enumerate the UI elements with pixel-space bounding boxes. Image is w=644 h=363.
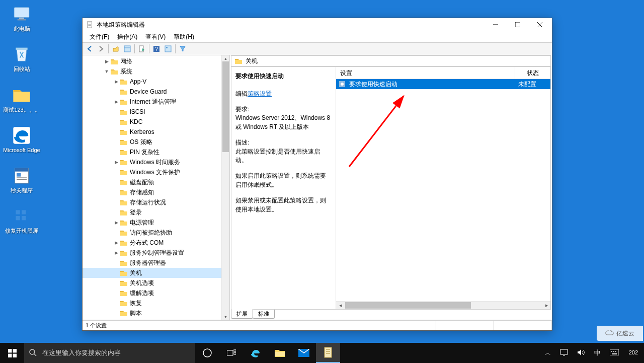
tree-twisty[interactable] xyxy=(113,300,119,306)
forward-button[interactable] xyxy=(96,43,107,54)
tree-item[interactable]: 服务器管理器 xyxy=(83,258,221,268)
tray-monitor-icon[interactable] xyxy=(558,349,570,357)
menu-help[interactable]: 帮助(H) xyxy=(170,32,198,42)
tree-item[interactable]: 关机选项 xyxy=(83,278,221,288)
tree-item[interactable]: ▶App-V xyxy=(83,77,221,87)
menu-action[interactable]: 操作(A) xyxy=(113,32,141,42)
menu-file[interactable]: 文件(F) xyxy=(86,32,113,42)
task-view-button[interactable] xyxy=(219,343,244,363)
tree-twisty[interactable] xyxy=(113,129,119,135)
tree-twisty[interactable]: ▶ xyxy=(113,240,119,246)
minimize-button[interactable] xyxy=(485,18,507,31)
tree-item[interactable]: ▶Windows 时间服务 xyxy=(83,157,221,167)
list-row[interactable]: 要求使用快速启动 未配置 xyxy=(336,79,550,89)
tray-clock[interactable]: 202 xyxy=(626,349,641,356)
menu-view[interactable]: 查看(V) xyxy=(141,32,170,42)
tree-item[interactable]: 关机 xyxy=(83,268,221,278)
tree-twisty[interactable] xyxy=(113,199,119,205)
desktop-icon-edge[interactable]: Microsoft Edge xyxy=(3,125,40,154)
export-button[interactable] xyxy=(136,43,147,54)
desktop-icon-recycle-bin[interactable]: 回收站 xyxy=(3,44,40,72)
tree-twisty[interactable] xyxy=(113,310,119,316)
search-box[interactable]: 在这里输入你要搜索的内容 xyxy=(24,343,195,363)
tree-twisty[interactable]: ▶ xyxy=(113,79,119,85)
col-state[interactable]: 状态 xyxy=(515,67,550,79)
tree-item[interactable]: 脚本 xyxy=(83,308,221,318)
tray-keyboard-icon[interactable] xyxy=(608,349,621,357)
tree-twisty[interactable] xyxy=(113,109,119,115)
tree-item[interactable]: 访问被拒绝协助 xyxy=(83,228,221,238)
tree-twisty[interactable] xyxy=(113,290,119,296)
tree-twisty[interactable] xyxy=(113,179,119,185)
tree-twisty[interactable]: ▶ xyxy=(104,58,110,64)
tree-item[interactable]: ▶Internet 通信管理 xyxy=(83,97,221,107)
tree-twisty[interactable] xyxy=(113,230,119,236)
col-setting[interactable]: 设置 xyxy=(336,67,515,79)
tree-twisty[interactable] xyxy=(113,189,119,195)
tray-volume-icon[interactable] xyxy=(575,349,587,357)
tree-item[interactable]: 磁盘配额 xyxy=(83,177,221,187)
tree-item[interactable]: Kerberos xyxy=(83,127,221,137)
cortana-button[interactable] xyxy=(195,343,219,363)
tree-twisty[interactable]: ▶ xyxy=(113,220,119,226)
tree-twisty[interactable]: ▶ xyxy=(113,159,119,165)
tree-item[interactable]: ▼系统 xyxy=(83,66,221,77)
tree-item[interactable]: KDC xyxy=(83,117,221,127)
tree-item[interactable]: PIN 复杂性 xyxy=(83,147,221,157)
scrollbar-thumb[interactable] xyxy=(222,61,229,152)
tree-twisty[interactable] xyxy=(113,280,119,286)
tree-twisty[interactable] xyxy=(113,209,119,215)
taskbar-edge[interactable] xyxy=(244,343,268,363)
desktop-icon-fix-app[interactable]: 修复开机黑屏 xyxy=(3,206,40,234)
taskbar-explorer[interactable] xyxy=(268,343,292,363)
tab-extended[interactable]: 扩展 xyxy=(231,309,253,319)
maximize-button[interactable] xyxy=(507,18,529,31)
tree-twisty[interactable]: ▶ xyxy=(113,99,119,105)
desktop-icon-shutdown-app[interactable]: 秒关程序 xyxy=(3,166,40,194)
tree-twisty[interactable]: ▼ xyxy=(104,68,110,75)
scrollbar-thumb[interactable] xyxy=(345,302,471,309)
tree-item[interactable]: 缓解选项 xyxy=(83,288,221,298)
tree-item[interactable]: Device Guard xyxy=(83,87,221,97)
tree-item[interactable]: 登录 xyxy=(83,207,221,217)
tree-item[interactable]: ▶电源管理 xyxy=(83,217,221,228)
titlebar[interactable]: 本地组策略编辑器 xyxy=(83,18,552,31)
desktop-icon-this-pc[interactable]: 此电脑 xyxy=(3,4,40,32)
horizontal-scrollbar[interactable]: ◀ ▶ xyxy=(336,301,550,309)
start-button[interactable] xyxy=(0,343,24,363)
view-button[interactable] xyxy=(122,43,133,54)
tree-item[interactable]: OS 策略 xyxy=(83,137,221,147)
tree-twisty[interactable] xyxy=(113,119,119,125)
taskbar-gpedit[interactable] xyxy=(316,343,340,363)
tree-scrollbar[interactable]: ▲ ▼ xyxy=(221,55,229,320)
tree-twisty[interactable] xyxy=(113,149,119,155)
help-button[interactable]: ? xyxy=(151,43,162,54)
tree[interactable]: ▶网络▼系统▶App-VDevice Guard▶Internet 通信管理iS… xyxy=(83,55,221,320)
properties-button[interactable] xyxy=(163,43,174,54)
tray-ime[interactable]: 中 xyxy=(592,348,603,357)
list-header[interactable]: 设置 状态 xyxy=(336,67,550,79)
back-button[interactable] xyxy=(84,43,95,54)
close-button[interactable] xyxy=(529,18,551,31)
tree-item[interactable]: 恢复 xyxy=(83,298,221,308)
tab-standard[interactable]: 标准 xyxy=(253,310,275,319)
desktop-icon-test-folder[interactable]: 测试123。。。 xyxy=(3,85,40,113)
tray-chevron-icon[interactable]: ︿ xyxy=(543,349,553,357)
tree-item[interactable]: ▶网络 xyxy=(83,56,221,66)
tree-item[interactable]: iSCSI xyxy=(83,107,221,117)
tree-twisty[interactable]: ▶ xyxy=(113,250,119,256)
up-button[interactable] xyxy=(110,43,121,54)
tree-twisty[interactable] xyxy=(113,89,119,95)
tree-item[interactable]: 存储运行状况 xyxy=(83,197,221,207)
tree-item[interactable]: 存储感知 xyxy=(83,187,221,197)
tree-item[interactable]: ▶分布式 COM xyxy=(83,238,221,248)
tree-item[interactable]: Windows 文件保护 xyxy=(83,167,221,177)
taskbar-mail[interactable] xyxy=(292,343,316,363)
tree-twisty[interactable] xyxy=(113,270,119,276)
filter-button[interactable] xyxy=(177,43,188,54)
tree-twisty[interactable] xyxy=(113,139,119,145)
tree-item[interactable]: ▶服务控制管理器设置 xyxy=(83,248,221,258)
tree-twisty[interactable] xyxy=(113,169,119,175)
tree-twisty[interactable] xyxy=(113,260,119,266)
edit-policy-link[interactable]: 策略设置 xyxy=(248,90,272,97)
